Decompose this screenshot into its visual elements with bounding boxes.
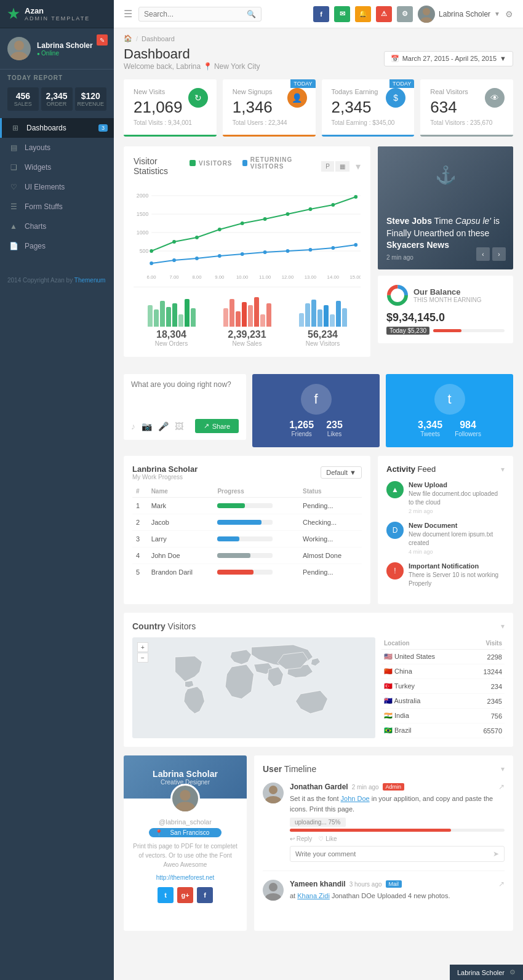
copyright-link[interactable]: Themenum [74, 277, 106, 284]
sidebar-item-widgets[interactable]: ❑ Widgets [0, 157, 114, 177]
timeline-link-2[interactable]: Khana Zidi [297, 892, 330, 899]
svg-text:6.00: 6.00 [147, 274, 157, 280]
sidebar-item-charts[interactable]: ▲ Charts [0, 217, 114, 236]
sidebar-item-layouts[interactable]: ▤ Layouts [0, 138, 114, 157]
bottom-section: Labrina Scholar Creative Designer @labri… [124, 755, 513, 931]
work-progress-default-button[interactable]: Default ▼ [321, 466, 362, 479]
activity-items-list: ▲ New Upload New file document.doc uploa… [386, 481, 505, 588]
activity-content: New Upload New file document.doc uploade… [409, 481, 505, 514]
mini-bars-orders [134, 296, 209, 327]
mini-chart-visitors-label: New Visitors [285, 340, 361, 347]
timeline-post-1: Jonathan Gardel 2 min ago Admin ↗ Set it… [263, 783, 505, 871]
facebook-friends-stat: 1,265 Friends [289, 420, 314, 437]
work-progress-header: Lanbrina Scholar My Work Progress Defaul… [132, 464, 362, 480]
share-button[interactable]: ↗ Share [195, 419, 239, 433]
facebook-icon: f [301, 384, 332, 415]
profile-role: Creative Designer [161, 779, 210, 786]
twitter-tweets-value: 3,345 [418, 420, 442, 431]
news-prev-button[interactable]: ‹ [476, 247, 490, 261]
flag-icon: 🇨🇳 [384, 667, 393, 675]
breadcrumb-current: Dashboard [142, 35, 175, 42]
balance-progress-row: Today $5,230 [386, 327, 505, 335]
progress-activity-section: Lanbrina Scholar My Work Progress Defaul… [124, 456, 513, 604]
profile-facebook-button[interactable]: f [197, 887, 213, 903]
facebook-card: f 1,265 Friends 235 Likes [252, 374, 380, 447]
twitter-followers-value: 984 [455, 420, 481, 431]
topbar-user[interactable]: Labrina Scholer ▼ [418, 6, 500, 23]
sidebar-item-ui-elements[interactable]: ♡ UI Elements [0, 177, 114, 197]
activity-item: D New Document New document lorem ipsum.… [386, 522, 505, 555]
topbar-settings-caret-icon[interactable]: ⚙ [505, 9, 513, 19]
layouts-icon: ▤ [9, 143, 18, 152]
like-button-1[interactable]: ♡ Like [318, 835, 337, 842]
comment-input-1[interactable] [295, 850, 493, 858]
map-zoom-out-button[interactable]: − [137, 653, 148, 663]
svg-point-19 [309, 207, 313, 211]
sidebar-item-widgets-label: Widgets [25, 163, 51, 172]
dashboard-content: 🏠 / Dashboard Dashboard Welcome back, La… [114, 28, 523, 946]
sidebar-item-form-stuffs[interactable]: ☰ Form Stuffs [0, 197, 114, 217]
comment-send-icon-1[interactable]: ➤ [493, 850, 499, 858]
profile-google-plus-button[interactable]: g+ [177, 887, 193, 903]
alarm-topbar-button[interactable]: ⚠ [376, 6, 392, 22]
reply-button-1[interactable]: ↩ Reply [290, 835, 312, 842]
table-row: 2 Jacob Checking... [132, 514, 362, 531]
svg-text:15.00: 15.00 [350, 274, 361, 280]
date-range-button[interactable]: 📅 March 27, 2015 - April 25, 2015 ▼ [384, 51, 513, 66]
profile-description: Print this page to PDF for te completet … [124, 842, 247, 869]
twitter-tweets-label: Tweets [418, 431, 442, 437]
timeline-link-1[interactable]: John Doe [341, 795, 370, 802]
settings-topbar-button[interactable]: ⚙ [397, 6, 413, 22]
sidebar-item-dashboards[interactable]: ⊞ Dashboards 3 [0, 118, 114, 138]
stat-card-earning: TODAY Todays Earning 2,345 Total Earning… [322, 79, 415, 137]
country-card-menu-icon[interactable]: ▾ [501, 622, 505, 631]
notification-topbar-button[interactable]: 🔔 [355, 6, 371, 22]
country-flag-name: 🇮🇳 India [381, 709, 468, 723]
search-icon: 🔍 [247, 10, 256, 18]
profile-twitter-button[interactable]: t [158, 887, 174, 903]
mail-topbar-button[interactable]: ✉ [334, 6, 350, 22]
news-next-button[interactable]: › [492, 247, 506, 261]
social-post-input[interactable] [131, 380, 239, 417]
video-icon[interactable]: 📷 [142, 421, 152, 431]
timeline-upload-1: uploading... 75% [290, 818, 505, 832]
sidebar-item-pages[interactable]: 📄 Pages [0, 236, 114, 256]
balance-title: Our Balance [413, 287, 482, 297]
timeline-share-1[interactable]: ↗ [498, 783, 505, 791]
topbar: ☰ 🔍 f ✉ 🔔 ⚠ ⚙ Labrina Scholer ▼ ⚙ [114, 0, 523, 28]
chart-menu-icon[interactable]: ▾ [356, 161, 361, 172]
country-map-table: + − [132, 637, 505, 738]
search-input[interactable] [144, 10, 247, 18]
timeline-share-2[interactable]: ↗ [498, 880, 505, 888]
activity-title: New Document [409, 522, 505, 529]
svg-point-13 [172, 240, 176, 244]
edit-user-button[interactable]: ✎ [97, 34, 108, 46]
share-icon: ↗ [204, 422, 209, 430]
facebook-topbar-button[interactable]: f [313, 6, 329, 22]
row-name: Brandon Daril [148, 564, 214, 581]
map-zoom-in-button[interactable]: + [137, 642, 148, 652]
mic-icon[interactable]: 🎤 [158, 421, 169, 431]
music-icon[interactable]: ♪ [131, 421, 135, 431]
activity-title: Important Notification [409, 562, 505, 570]
upload-label-1: uploading... 75% [290, 818, 346, 827]
twitter-tweets-stat: 3,345 Tweets [418, 420, 442, 437]
row-status: Pending... [299, 564, 362, 581]
twitter-followers-stat: 984 Followers [455, 420, 481, 437]
bottom-bar-settings-icon[interactable]: ⚙ [509, 968, 516, 976]
page-subtitle: Welcome back, Labrina 📍 New York City [124, 62, 260, 71]
image-icon[interactable]: 🖼 [175, 421, 183, 431]
menu-toggle-icon[interactable]: ☰ [124, 8, 132, 20]
mini-chart-visitors-value: 56,234 [285, 329, 361, 340]
profile-location: 📍 San Francisco [124, 828, 247, 837]
country-visits: 756 [468, 709, 505, 723]
activity-avatar: ▲ [386, 481, 404, 498]
timeline-menu-icon[interactable]: ▾ [501, 765, 505, 773]
chart-bar-button[interactable]: ▦ [335, 161, 349, 172]
svg-text:1000: 1000 [137, 229, 148, 236]
profile-link[interactable]: http://themeforest.net [124, 874, 247, 881]
svg-point-0 [14, 41, 24, 50]
activity-feed-menu-icon[interactable]: ▾ [501, 465, 505, 474]
chart-line-button[interactable]: P [321, 161, 334, 172]
svg-text:10.00: 10.00 [236, 274, 249, 280]
